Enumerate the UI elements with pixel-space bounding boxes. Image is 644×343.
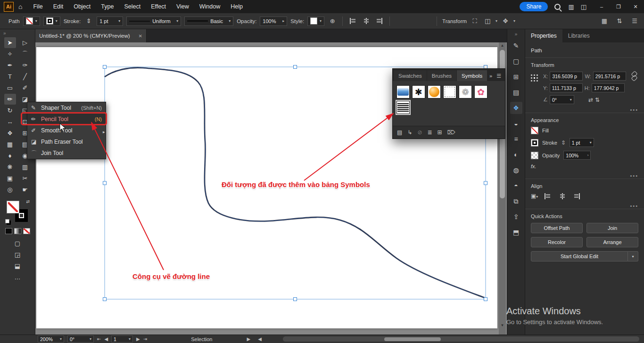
symbol-blue-button[interactable]	[396, 85, 410, 98]
shape-options-icon[interactable]: ◫	[483, 17, 492, 24]
asset-export-panel-icon[interactable]: ⇪	[510, 211, 522, 223]
symbol-sprayer-tool[interactable]: ❋	[4, 162, 16, 172]
direct-selection-tool[interactable]: ▷	[19, 37, 31, 48]
pen-tool[interactable]: ✒	[4, 60, 16, 71]
horizontal-scrollbar[interactable]	[283, 336, 639, 342]
curvature-tool[interactable]: ✑	[19, 60, 31, 71]
mesh-tool[interactable]: ▦	[4, 139, 16, 150]
tab-symbols[interactable]: Symbols	[457, 70, 487, 81]
stroke-link[interactable]: Stroke	[542, 140, 557, 146]
workspace-switcher-icon[interactable]: ▥	[568, 3, 574, 10]
status-play-icon[interactable]: ▶	[247, 336, 250, 342]
snap-options-icon[interactable]: ⇅	[615, 17, 624, 24]
horizontal-scroll-thumb[interactable]	[384, 337, 441, 341]
menu-item[interactable]: File	[28, 0, 48, 13]
first-artboard-icon[interactable]: ⇤	[97, 336, 101, 342]
isolate-icon[interactable]: ⛶	[470, 17, 479, 25]
artboards-panel-icon[interactable]: ⬒	[510, 226, 522, 238]
pencil-tool[interactable]: ✏	[4, 94, 16, 105]
symbol-gray-ring[interactable]: ❁	[459, 85, 472, 98]
control-panel-menu-icon[interactable]: ☰	[630, 17, 639, 24]
fill-color-dropdown[interactable]: ▾	[23, 16, 40, 26]
menu-item[interactable]: Object	[68, 0, 96, 13]
rotate-tool[interactable]: ↻	[4, 105, 16, 116]
magic-wand-tool[interactable]: ✧	[4, 49, 16, 59]
opacity-field[interactable]: 100%›	[563, 151, 591, 160]
flip-vertical-icon[interactable]: ⇅	[595, 97, 600, 103]
line-segment-tool[interactable]: ╱	[19, 71, 31, 82]
zoom-tool[interactable]: ◎	[4, 184, 16, 195]
width-field[interactable]: 291.5716 p	[593, 72, 626, 81]
start-global-edit-button[interactable]: Start Global Edit	[531, 251, 628, 261]
align-left-icon[interactable]	[349, 18, 356, 24]
symbol-ink-splatter[interactable]: ✱	[412, 85, 425, 98]
menu-item[interactable]: Window	[194, 0, 225, 13]
align-right-icon[interactable]	[573, 193, 580, 199]
draw-normal-icon[interactable]: ▢	[15, 240, 20, 247]
panel-layout-icon[interactable]: ◫	[581, 3, 586, 10]
align-right-icon[interactable]	[376, 18, 383, 24]
color-mode-icon[interactable]	[5, 228, 12, 234]
color-panel-icon[interactable]: ◒	[510, 117, 522, 130]
align-center-icon[interactable]	[559, 193, 566, 199]
align-to-dropdown[interactable]: ▣▾	[531, 193, 538, 199]
opacity-dropdown[interactable]: 100%▸	[260, 16, 287, 26]
slice-tool[interactable]: ✂	[19, 173, 31, 184]
tab-close-icon[interactable]: ✕	[139, 33, 142, 39]
toolbar-collapse-icon[interactable]: »	[3, 31, 6, 36]
shape-builder-tool[interactable]: ❖	[4, 128, 16, 139]
swap-fill-stroke-icon[interactable]: ⇄	[26, 199, 30, 204]
join-button[interactable]: Join	[586, 223, 638, 233]
align-top-icon[interactable]	[397, 17, 403, 24]
artboard-panel-icon[interactable]: ⊞	[510, 71, 522, 83]
symbol-pink-flower[interactable]: ✿	[474, 85, 487, 98]
stroke-weight-stepper[interactable]: ⇕	[561, 139, 566, 146]
menu-item[interactable]: Help	[225, 0, 248, 13]
tab-properties[interactable]: Properties	[525, 29, 562, 42]
transparency-panel-icon[interactable]: ◍	[510, 164, 522, 176]
symbol-orange-orb[interactable]	[428, 85, 441, 98]
offset-path-button[interactable]: Offset Path	[531, 223, 583, 233]
graphic-style-dropdown[interactable]: ▾	[307, 16, 324, 26]
home-icon[interactable]: ⌂	[18, 3, 22, 10]
lasso-tool[interactable]: ⌒	[19, 49, 31, 59]
global-edit-options-icon[interactable]: ▾	[628, 251, 638, 261]
height-field[interactable]: 177.9042 p	[592, 83, 625, 92]
symbols-panel-icon[interactable]: ❖	[510, 102, 522, 114]
align-top-icon[interactable]	[588, 193, 594, 200]
none-mode-icon[interactable]	[23, 228, 30, 234]
opacity-swatch[interactable]	[531, 152, 538, 159]
illustrator-logo[interactable]: Ai	[4, 2, 14, 12]
shaper-panel-icon[interactable]: ✎	[510, 40, 522, 52]
stroke-swatch[interactable]	[531, 139, 538, 147]
search-icon[interactable]	[554, 4, 561, 10]
share-button[interactable]: Share	[520, 2, 548, 11]
stroke-weight-field[interactable]: 1 pt▾	[570, 138, 594, 147]
tab-brushes[interactable]: Brushes	[427, 70, 456, 81]
tab-swatches[interactable]: Swatches	[394, 70, 427, 81]
align-center-icon[interactable]	[363, 18, 370, 24]
document-tab[interactable]: Untitled-1* @ 200 % (CMYK/Preview) ✕	[35, 29, 147, 42]
scroll-down-icon[interactable]: ▼	[499, 323, 506, 327]
selection-tool[interactable]: ➤	[4, 37, 16, 48]
arrange-button[interactable]: Arrange	[586, 237, 638, 247]
layers-panel-icon[interactable]: ⧉	[510, 195, 522, 207]
stroke-stepper[interactable]: ⇕	[84, 17, 93, 24]
menu-item[interactable]: View	[171, 0, 194, 13]
stroke-panel-icon[interactable]: ≡	[510, 133, 522, 145]
column-graph-tool[interactable]: ▥	[19, 162, 31, 172]
scroll-up-icon[interactable]: ▲	[499, 43, 506, 48]
constrain-proportions-icon[interactable]	[629, 71, 640, 82]
restore-button[interactable]: ❐	[610, 0, 627, 13]
align-more-options-icon[interactable]: •••	[531, 203, 638, 209]
transform-label[interactable]: Transform	[442, 18, 467, 24]
next-artboard-icon[interactable]: ▶	[136, 336, 140, 342]
shape-properties-panel-icon[interactable]: ▢	[510, 55, 522, 67]
move-options-icon[interactable]: ✥	[501, 17, 510, 24]
panel-expand-icon[interactable]: »	[489, 73, 492, 79]
paintbrush-tool[interactable]: ✐	[19, 82, 31, 93]
gradient-panel-icon[interactable]: ◐	[510, 148, 522, 161]
artboard-number-dropdown[interactable]: 1▾	[111, 335, 133, 343]
type-tool[interactable]: T	[4, 71, 16, 82]
close-button[interactable]: ✕	[627, 0, 644, 13]
